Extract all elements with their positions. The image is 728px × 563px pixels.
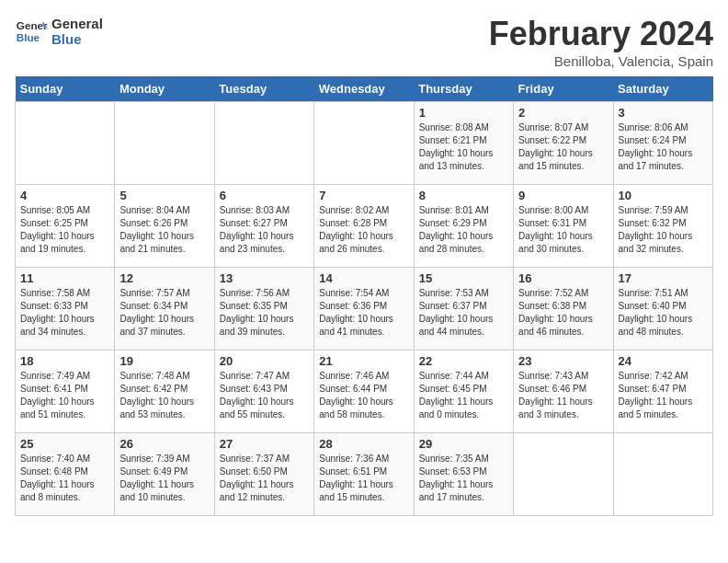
calendar-cell: 10Sunrise: 7:59 AM Sunset: 6:32 PM Dayli…	[613, 185, 712, 268]
day-info: Sunrise: 8:05 AM Sunset: 6:25 PM Dayligh…	[20, 204, 109, 256]
day-info: Sunrise: 7:37 AM Sunset: 6:50 PM Dayligh…	[220, 453, 309, 504]
day-info: Sunrise: 8:07 AM Sunset: 6:22 PM Dayligh…	[518, 121, 608, 173]
calendar-week-2: 4Sunrise: 8:05 AM Sunset: 6:25 PM Daylig…	[16, 185, 713, 268]
calendar-cell: 26Sunrise: 7:39 AM Sunset: 6:49 PM Dayli…	[115, 433, 214, 516]
day-number: 24	[619, 354, 708, 368]
day-info: Sunrise: 7:59 AM Sunset: 6:32 PM Dayligh…	[619, 204, 708, 256]
calendar-cell: 5Sunrise: 8:04 AM Sunset: 6:26 PM Daylig…	[115, 185, 214, 268]
calendar-cell: 6Sunrise: 8:03 AM Sunset: 6:27 PM Daylig…	[214, 185, 313, 268]
day-info: Sunrise: 7:46 AM Sunset: 6:44 PM Dayligh…	[319, 370, 408, 421]
day-info: Sunrise: 8:00 AM Sunset: 6:31 PM Dayligh…	[518, 204, 608, 256]
header: General Blue General Blue February 2024 …	[15, 15, 713, 69]
day-number: 3	[619, 106, 708, 120]
day-info: Sunrise: 8:01 AM Sunset: 6:29 PM Dayligh…	[419, 204, 508, 256]
calendar-cell: 24Sunrise: 7:42 AM Sunset: 6:47 PM Dayli…	[613, 350, 712, 433]
day-number: 5	[119, 189, 209, 202]
calendar-cell: 9Sunrise: 8:00 AM Sunset: 6:31 PM Daylig…	[514, 185, 613, 268]
day-number: 15	[419, 271, 508, 285]
day-number: 21	[319, 354, 408, 368]
weekday-header-tuesday: Tuesday	[214, 76, 313, 102]
calendar-cell	[16, 102, 115, 185]
calendar-cell	[115, 102, 214, 185]
day-number: 20	[220, 354, 309, 368]
day-number: 7	[319, 189, 408, 202]
calendar-cell: 20Sunrise: 7:47 AM Sunset: 6:43 PM Dayli…	[214, 350, 313, 433]
weekday-header-row: SundayMondayTuesdayWednesdayThursdayFrid…	[16, 76, 713, 102]
day-info: Sunrise: 7:36 AM Sunset: 6:51 PM Dayligh…	[319, 453, 408, 504]
calendar-cell: 27Sunrise: 7:37 AM Sunset: 6:50 PM Dayli…	[214, 433, 313, 516]
day-number: 19	[119, 354, 209, 368]
calendar-cell: 23Sunrise: 7:43 AM Sunset: 6:46 PM Dayli…	[514, 350, 613, 433]
calendar-cell: 3Sunrise: 8:06 AM Sunset: 6:24 PM Daylig…	[613, 102, 712, 185]
day-number: 13	[220, 271, 309, 285]
day-info: Sunrise: 7:39 AM Sunset: 6:49 PM Dayligh…	[119, 453, 209, 504]
calendar-cell	[214, 102, 313, 185]
day-number: 2	[518, 106, 608, 120]
day-info: Sunrise: 7:53 AM Sunset: 6:37 PM Dayligh…	[419, 287, 508, 339]
calendar-cell: 19Sunrise: 7:48 AM Sunset: 6:42 PM Dayli…	[115, 350, 214, 433]
weekday-header-monday: Monday	[115, 76, 214, 102]
day-number: 27	[220, 437, 309, 451]
day-number: 4	[20, 189, 109, 202]
svg-text:Blue: Blue	[17, 31, 40, 43]
day-number: 16	[518, 271, 608, 285]
weekday-header-sunday: Sunday	[16, 76, 115, 102]
calendar-cell: 29Sunrise: 7:35 AM Sunset: 6:53 PM Dayli…	[414, 433, 513, 516]
day-info: Sunrise: 7:35 AM Sunset: 6:53 PM Dayligh…	[419, 453, 508, 504]
calendar-cell	[613, 433, 712, 516]
day-info: Sunrise: 8:03 AM Sunset: 6:27 PM Dayligh…	[220, 204, 309, 256]
calendar-cell: 14Sunrise: 7:54 AM Sunset: 6:36 PM Dayli…	[314, 268, 414, 350]
calendar-cell: 28Sunrise: 7:36 AM Sunset: 6:51 PM Dayli…	[314, 433, 414, 516]
day-number: 22	[419, 354, 508, 368]
day-info: Sunrise: 7:54 AM Sunset: 6:36 PM Dayligh…	[319, 287, 408, 339]
calendar-body: 1Sunrise: 8:08 AM Sunset: 6:21 PM Daylig…	[16, 102, 713, 516]
logo-blue: Blue	[51, 31, 103, 47]
day-info: Sunrise: 7:52 AM Sunset: 6:38 PM Dayligh…	[518, 287, 608, 339]
day-number: 6	[220, 189, 309, 202]
location-subtitle: Benilloba, Valencia, Spain	[489, 53, 713, 69]
weekday-header-wednesday: Wednesday	[314, 76, 414, 102]
day-number: 8	[419, 189, 508, 202]
day-number: 29	[419, 437, 508, 451]
day-info: Sunrise: 7:48 AM Sunset: 6:42 PM Dayligh…	[119, 370, 209, 421]
calendar-cell: 17Sunrise: 7:51 AM Sunset: 6:40 PM Dayli…	[613, 268, 712, 350]
calendar-cell: 8Sunrise: 8:01 AM Sunset: 6:29 PM Daylig…	[414, 185, 513, 268]
logo: General Blue General Blue	[15, 15, 103, 48]
day-info: Sunrise: 8:06 AM Sunset: 6:24 PM Dayligh…	[619, 121, 708, 173]
calendar-cell: 15Sunrise: 7:53 AM Sunset: 6:37 PM Dayli…	[414, 268, 513, 350]
day-info: Sunrise: 8:04 AM Sunset: 6:26 PM Dayligh…	[119, 204, 209, 256]
day-info: Sunrise: 7:44 AM Sunset: 6:45 PM Dayligh…	[419, 370, 508, 421]
calendar-cell: 13Sunrise: 7:56 AM Sunset: 6:35 PM Dayli…	[214, 268, 313, 350]
calendar-cell	[314, 102, 414, 185]
calendar-cell: 1Sunrise: 8:08 AM Sunset: 6:21 PM Daylig…	[414, 102, 513, 185]
day-number: 25	[20, 437, 109, 451]
day-number: 12	[119, 271, 209, 285]
calendar-cell: 2Sunrise: 8:07 AM Sunset: 6:22 PM Daylig…	[514, 102, 613, 185]
calendar-cell: 18Sunrise: 7:49 AM Sunset: 6:41 PM Dayli…	[16, 350, 115, 433]
calendar-cell: 25Sunrise: 7:40 AM Sunset: 6:48 PM Dayli…	[16, 433, 115, 516]
day-info: Sunrise: 8:08 AM Sunset: 6:21 PM Dayligh…	[419, 121, 508, 173]
day-number: 26	[119, 437, 209, 451]
day-info: Sunrise: 7:49 AM Sunset: 6:41 PM Dayligh…	[20, 370, 109, 421]
day-info: Sunrise: 7:43 AM Sunset: 6:46 PM Dayligh…	[518, 370, 608, 421]
day-number: 1	[419, 106, 508, 120]
logo-general: General	[51, 16, 103, 31]
month-title: February 2024	[489, 15, 713, 53]
day-info: Sunrise: 7:47 AM Sunset: 6:43 PM Dayligh…	[220, 370, 309, 421]
day-number: 17	[619, 271, 708, 285]
day-number: 23	[518, 354, 608, 368]
calendar-week-4: 18Sunrise: 7:49 AM Sunset: 6:41 PM Dayli…	[16, 350, 713, 433]
calendar-cell	[514, 433, 613, 516]
title-area: February 2024 Benilloba, Valencia, Spain	[489, 15, 713, 69]
day-number: 18	[20, 354, 109, 368]
calendar-cell: 4Sunrise: 8:05 AM Sunset: 6:25 PM Daylig…	[16, 185, 115, 268]
day-number: 11	[20, 271, 109, 285]
day-info: Sunrise: 7:40 AM Sunset: 6:48 PM Dayligh…	[20, 453, 109, 504]
calendar-week-3: 11Sunrise: 7:58 AM Sunset: 6:33 PM Dayli…	[16, 268, 713, 350]
day-info: Sunrise: 7:56 AM Sunset: 6:35 PM Dayligh…	[220, 287, 309, 339]
calendar-cell: 22Sunrise: 7:44 AM Sunset: 6:45 PM Dayli…	[414, 350, 513, 433]
weekday-header-friday: Friday	[514, 76, 613, 102]
day-number: 14	[319, 271, 408, 285]
calendar-cell: 16Sunrise: 7:52 AM Sunset: 6:38 PM Dayli…	[514, 268, 613, 350]
weekday-header-thursday: Thursday	[414, 76, 513, 102]
